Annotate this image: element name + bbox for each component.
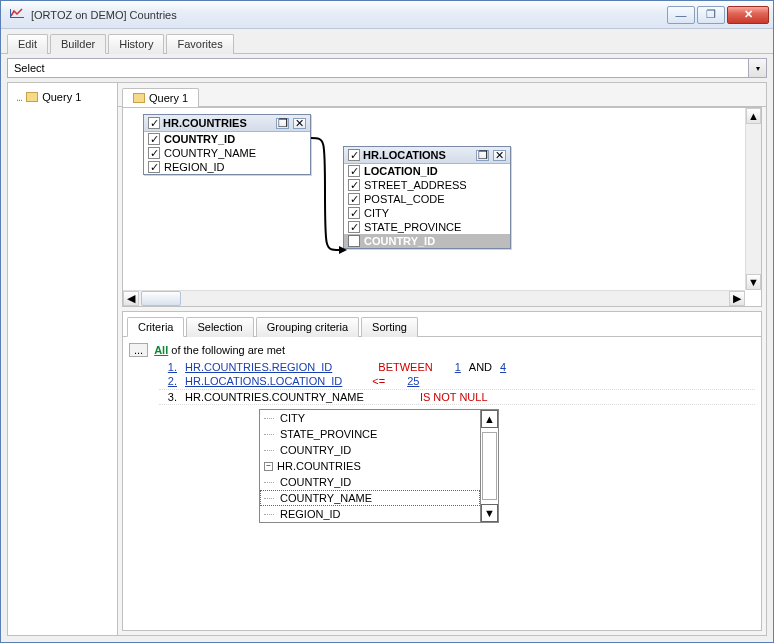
criteria-value-2[interactable]: 4 (500, 361, 506, 373)
criteria-value[interactable]: 25 (407, 375, 419, 387)
diagram-canvas[interactable]: ✓ HR.COUNTRIES ❐ ✕ ✓COUNTRY_ID ✓COUNTRY_… (123, 108, 745, 290)
table-col-postal-code[interactable]: ✓POSTAL_CODE (344, 192, 510, 206)
criteria-content: ... All of the following are met 1. HR.C… (123, 337, 761, 529)
table-checkbox[interactable]: ✓ (348, 149, 360, 161)
lower-panel: Criteria Selection Grouping criteria Sor… (122, 311, 762, 631)
query-tree-pane: ... Query 1 (8, 83, 118, 635)
field-suggest-popup: CITY STATE_PROVINCE COUNTRY_ID − HR.COUN… (259, 409, 499, 523)
table-close-button[interactable]: ✕ (493, 150, 506, 161)
window-title: [ORTOZ on DEMO] Countries (31, 9, 667, 21)
criteria-operator[interactable]: BETWEEN (378, 361, 432, 373)
criteria-all-link[interactable]: All (154, 344, 168, 356)
suggest-group-hr-countries[interactable]: − HR.COUNTRIES (260, 458, 480, 474)
criteria-row-3[interactable]: 3. HR.COUNTRIES.COUNTRY_NAME IS NOT NULL (159, 389, 755, 405)
table-checkbox[interactable]: ✓ (148, 117, 160, 129)
tree-item-label: Query 1 (42, 91, 81, 103)
table-name: HR.LOCATIONS (363, 149, 472, 161)
criteria-operator[interactable]: IS NOT NULL (420, 391, 488, 403)
criteria-value-1[interactable]: 1 (455, 361, 461, 373)
top-tabbar: Edit Builder History Favorites (1, 29, 773, 54)
table-restore-button[interactable]: ❐ (476, 150, 489, 161)
minimize-icon: — (676, 9, 687, 21)
hscroll-track[interactable] (181, 291, 729, 306)
suggest-item-state-province[interactable]: STATE_PROVINCE (260, 426, 480, 442)
canvas-hscroll[interactable]: ◀ ▶ (123, 290, 745, 306)
tab-sorting[interactable]: Sorting (361, 317, 418, 337)
vscroll-down-button[interactable]: ▼ (746, 274, 761, 290)
select-bar-dropdown-button[interactable]: ▾ (748, 59, 766, 77)
tab-favorites[interactable]: Favorites (166, 34, 233, 54)
canvas-vscroll[interactable]: ▲ ▼ (745, 108, 761, 290)
criteria-more-button[interactable]: ... (129, 343, 148, 357)
table-close-button[interactable]: ✕ (293, 118, 306, 129)
table-box-countries[interactable]: ✓ HR.COUNTRIES ❐ ✕ ✓COUNTRY_ID ✓COUNTRY_… (143, 114, 311, 175)
inner-tab-label: Query 1 (149, 92, 188, 104)
table-col-street-address[interactable]: ✓STREET_ADDRESS (344, 178, 510, 192)
collapse-icon[interactable]: − (264, 462, 273, 471)
suggest-item-country-id-2[interactable]: COUNTRY_ID (260, 474, 480, 490)
table-col-country-id[interactable]: ✓COUNTRY_ID (144, 132, 310, 146)
criteria-field-link[interactable]: HR.LOCATIONS.LOCATION_ID (185, 375, 342, 387)
query-icon (133, 93, 145, 103)
close-icon: ✕ (744, 8, 753, 21)
table-titlebar-locations[interactable]: ✓ HR.LOCATIONS ❐ ✕ (344, 147, 510, 164)
tree-dots-icon: ... (16, 91, 22, 103)
table-titlebar-countries[interactable]: ✓ HR.COUNTRIES ❐ ✕ (144, 115, 310, 132)
table-restore-button[interactable]: ❐ (276, 118, 289, 129)
suggest-item-country-name[interactable]: COUNTRY_NAME (260, 490, 480, 506)
svg-rect-0 (10, 17, 24, 18)
titlebar[interactable]: [ORTOZ on DEMO] Countries — ❐ ✕ (1, 1, 773, 29)
tree-item-query1[interactable]: ... Query 1 (14, 89, 111, 105)
criteria-field-link[interactable]: HR.COUNTRIES.REGION_ID (185, 361, 332, 373)
tab-criteria[interactable]: Criteria (127, 317, 184, 337)
table-col-location-id[interactable]: ✓LOCATION_ID (344, 164, 510, 178)
vscroll-up-button[interactable]: ▲ (746, 108, 761, 124)
table-col-country-id-fk[interactable]: COUNTRY_ID (344, 234, 510, 248)
suggest-scroll-thumb[interactable] (482, 432, 497, 500)
criteria-header-rest: of the following are met (168, 344, 285, 356)
suggest-item-region-id[interactable]: REGION_ID (260, 506, 480, 522)
chevron-down-icon: ▾ (756, 64, 760, 73)
minimize-button[interactable]: — (667, 6, 695, 24)
hscroll-thumb[interactable] (141, 291, 181, 306)
maximize-icon: ❐ (706, 8, 716, 21)
suggest-scroll-down-button[interactable]: ▼ (481, 504, 498, 522)
select-bar-text: Select (8, 62, 748, 74)
tab-builder[interactable]: Builder (50, 34, 106, 54)
table-col-country-name[interactable]: ✓COUNTRY_NAME (144, 146, 310, 160)
tab-selection[interactable]: Selection (186, 317, 253, 337)
tab-history[interactable]: History (108, 34, 164, 54)
svg-rect-1 (10, 9, 11, 18)
window-buttons: — ❐ ✕ (667, 6, 769, 24)
tab-edit[interactable]: Edit (7, 34, 48, 54)
suggest-item-country-id[interactable]: COUNTRY_ID (260, 442, 480, 458)
criteria-row-num[interactable]: 2. (159, 375, 177, 387)
query-icon (26, 92, 38, 102)
criteria-and: AND (469, 361, 492, 373)
table-col-city[interactable]: ✓CITY (344, 206, 510, 220)
maximize-button[interactable]: ❐ (697, 6, 725, 24)
suggest-scroll-up-button[interactable]: ▲ (481, 410, 498, 428)
criteria-tabbar: Criteria Selection Grouping criteria Sor… (123, 312, 761, 337)
suggest-item-city[interactable]: CITY (260, 410, 480, 426)
close-button[interactable]: ✕ (727, 6, 769, 24)
table-col-region-id[interactable]: ✓REGION_ID (144, 160, 310, 174)
inner-tab-query1[interactable]: Query 1 (122, 88, 199, 107)
criteria-row-2[interactable]: 2. HR.LOCATIONS.LOCATION_ID <= 25 (159, 375, 755, 387)
criteria-header: ... All of the following are met (129, 343, 755, 357)
criteria-operator[interactable]: <= (372, 375, 385, 387)
hscroll-left-button[interactable]: ◀ (123, 291, 139, 306)
inner-tabbar: Query 1 (118, 83, 766, 107)
hscroll-right-button[interactable]: ▶ (729, 291, 745, 306)
vscroll-track[interactable] (746, 124, 761, 274)
table-name: HR.COUNTRIES (163, 117, 272, 129)
suggest-scrollbar[interactable]: ▲ ▼ (480, 410, 498, 522)
builder-pane: Query 1 ✓ HR.COUNTRIES ❐ ✕ ✓COUNTRY_ID ✓… (118, 83, 766, 635)
criteria-field-text[interactable]: HR.COUNTRIES.COUNTRY_NAME (185, 391, 364, 403)
tab-grouping-criteria[interactable]: Grouping criteria (256, 317, 359, 337)
table-col-state-province[interactable]: ✓STATE_PROVINCE (344, 220, 510, 234)
criteria-row-1[interactable]: 1. HR.COUNTRIES.REGION_ID BETWEEN 1 AND … (159, 361, 755, 373)
criteria-row-num[interactable]: 1. (159, 361, 177, 373)
table-box-locations[interactable]: ✓ HR.LOCATIONS ❐ ✕ ✓LOCATION_ID ✓STREET_… (343, 146, 511, 249)
criteria-row-num[interactable]: 3. (159, 391, 177, 403)
